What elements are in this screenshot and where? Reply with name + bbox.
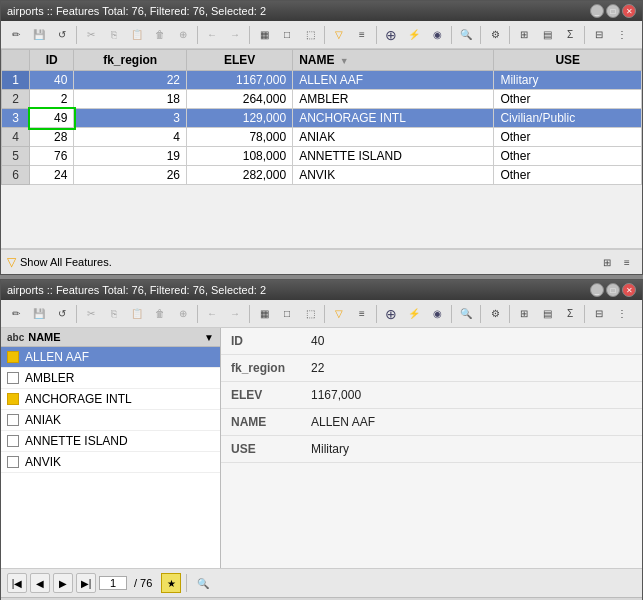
list-item[interactable]: AMBLER bbox=[1, 368, 220, 389]
bottom-toolbar-table-button[interactable]: ▤ bbox=[536, 303, 558, 325]
detail-field-label: NAME bbox=[221, 409, 301, 436]
bottom-toolbar-copy-button[interactable]: ⎘ bbox=[103, 303, 125, 325]
col-header-name[interactable]: NAME ▼ bbox=[293, 50, 494, 71]
bottom-toolbar-invert-button[interactable]: ⬚ bbox=[299, 303, 321, 325]
list-item[interactable]: ALLEN AAF bbox=[1, 347, 220, 368]
toolbar-actions-button[interactable]: ⚙ bbox=[484, 24, 506, 46]
top-show-all-label[interactable]: Show All Features. bbox=[20, 256, 112, 268]
bottom-toolbar-delete-button[interactable]: 🗑 bbox=[149, 303, 171, 325]
table-row[interactable]: 3493129,000ANCHORAGE INTLCivilian/Public bbox=[2, 109, 642, 128]
list-item[interactable]: ANVIK bbox=[1, 452, 220, 473]
toolbar-sep-8 bbox=[509, 26, 510, 44]
nav-first-button[interactable]: |◀ bbox=[7, 573, 27, 593]
toolbar-deselect-button[interactable]: □ bbox=[276, 24, 298, 46]
list-item[interactable]: ANIAK bbox=[1, 410, 220, 431]
nav-bar: |◀ ◀ ▶ ▶| / 76 ★ 🔍 bbox=[1, 568, 642, 597]
bottom-toolbar-sum-button[interactable]: Σ bbox=[559, 303, 581, 325]
toolbar-grid-button[interactable]: ⊞ bbox=[513, 24, 535, 46]
toolbar-flash-button[interactable]: ⚡ bbox=[403, 24, 425, 46]
table-cell: 282,000 bbox=[187, 166, 293, 185]
bottom-maximize-button[interactable]: □ bbox=[606, 283, 620, 297]
col-header-use[interactable]: USE bbox=[494, 50, 642, 71]
bottom-toolbar-selectall-button[interactable]: ▦ bbox=[253, 303, 275, 325]
bottom-toolbar-conditional-button[interactable]: ≡ bbox=[351, 303, 373, 325]
nav-next-button[interactable]: ▶ bbox=[53, 573, 73, 593]
list-item[interactable]: ANCHORAGE INTL bbox=[1, 389, 220, 410]
top-close-button[interactable]: ✕ bbox=[622, 4, 636, 18]
top-maximize-button[interactable]: □ bbox=[606, 4, 620, 18]
top-grid-view-button[interactable]: ⊞ bbox=[598, 253, 616, 271]
top-list-view-button[interactable]: ≡ bbox=[618, 253, 636, 271]
detail-field-label: ELEV bbox=[221, 382, 301, 409]
toolbar-new-button[interactable]: ⊕ bbox=[172, 24, 194, 46]
toolbar-search-button[interactable]: 🔍 bbox=[455, 24, 477, 46]
toolbar-forward-button[interactable]: → bbox=[224, 24, 246, 46]
bottom-toolbar-actions-button[interactable]: ⚙ bbox=[484, 303, 506, 325]
bottom-toolbar-flash-button[interactable]: ⚡ bbox=[403, 303, 425, 325]
row-number-cell: 2 bbox=[2, 90, 30, 109]
bottom-close-button[interactable]: ✕ bbox=[622, 283, 636, 297]
toolbar-sep-2 bbox=[197, 26, 198, 44]
list-item-checkbox[interactable] bbox=[7, 414, 19, 426]
toolbar-back-button[interactable]: ← bbox=[201, 24, 223, 46]
bottom-toolbar-zoomin-button[interactable]: ⊕ bbox=[380, 303, 402, 325]
toolbar-copy-button[interactable]: ⎘ bbox=[103, 24, 125, 46]
toolbar-col-button[interactable]: ⋮ bbox=[611, 24, 633, 46]
detail-row: NAMEALLEN AAF bbox=[221, 409, 642, 436]
toolbar-table-button[interactable]: ▤ bbox=[536, 24, 558, 46]
nav-prev-button[interactable]: ◀ bbox=[30, 573, 50, 593]
col-header-elev[interactable]: ELEV bbox=[187, 50, 293, 71]
list-item-checkbox[interactable] bbox=[7, 435, 19, 447]
bottom-minimize-button[interactable]: _ bbox=[590, 283, 604, 297]
toolbar-pan-button[interactable]: ◉ bbox=[426, 24, 448, 46]
bottom-toolbar-forward-button[interactable]: → bbox=[224, 303, 246, 325]
bottom-toolbar-back-button[interactable]: ← bbox=[201, 303, 223, 325]
toolbar-zoomin-button[interactable]: ⊕ bbox=[380, 24, 402, 46]
nav-last-button[interactable]: ▶| bbox=[76, 573, 96, 593]
dropdown-arrow-icon[interactable]: ▼ bbox=[204, 332, 214, 343]
bottom-toolbar-pan-button[interactable]: ◉ bbox=[426, 303, 448, 325]
toolbar-cut-button[interactable]: ✂ bbox=[80, 24, 102, 46]
list-item-checkbox[interactable] bbox=[7, 456, 19, 468]
toolbar-invert-button[interactable]: ⬚ bbox=[299, 24, 321, 46]
list-item-checkbox[interactable] bbox=[7, 372, 19, 384]
toolbar-sum-button[interactable]: Σ bbox=[559, 24, 581, 46]
toolbar-selectall-button[interactable]: ▦ bbox=[253, 24, 275, 46]
toolbar-filter-button[interactable]: ▽ bbox=[328, 24, 350, 46]
col-header-id[interactable]: ID bbox=[30, 50, 74, 71]
table-cell: 19 bbox=[74, 147, 187, 166]
toolbar-save-button[interactable]: 💾 bbox=[28, 24, 50, 46]
nav-page-input[interactable] bbox=[99, 576, 127, 590]
table-row[interactable]: 140221167,000ALLEN AAFMilitary bbox=[2, 71, 642, 90]
bottom-toolbar-reload-button[interactable]: ↺ bbox=[51, 303, 73, 325]
bottom-toolbar-filter-button[interactable]: ▽ bbox=[328, 303, 350, 325]
bottom-toolbar-sep-1 bbox=[76, 305, 77, 323]
toolbar-delete-button[interactable]: 🗑 bbox=[149, 24, 171, 46]
bottom-toolbar-deselect-button[interactable]: □ bbox=[276, 303, 298, 325]
table-row[interactable]: 428478,000ANIAKOther bbox=[2, 128, 642, 147]
col-header-fkregion[interactable]: fk_region bbox=[74, 50, 187, 71]
bottom-toolbar-pencil-button[interactable]: ✏ bbox=[5, 303, 27, 325]
toolbar-pencil-button[interactable]: ✏ bbox=[5, 24, 27, 46]
bottom-toolbar-field-button[interactable]: ⊟ bbox=[588, 303, 610, 325]
table-row[interactable]: 62426282,000ANVIKOther bbox=[2, 166, 642, 185]
toolbar-paste-button[interactable]: 📋 bbox=[126, 24, 148, 46]
table-row[interactable]: 2218264,000AMBLEROther bbox=[2, 90, 642, 109]
list-item-label: ANCHORAGE INTL bbox=[25, 392, 132, 406]
bottom-toolbar-col-button[interactable]: ⋮ bbox=[611, 303, 633, 325]
nav-highlight-button[interactable]: ★ bbox=[161, 573, 181, 593]
table-row[interactable]: 57619108,000ANNETTE ISLANDOther bbox=[2, 147, 642, 166]
bottom-toolbar-save-button[interactable]: 💾 bbox=[28, 303, 50, 325]
bottom-toolbar-grid-button[interactable]: ⊞ bbox=[513, 303, 535, 325]
top-minimize-button[interactable]: _ bbox=[590, 4, 604, 18]
bottom-toolbar-cut-button[interactable]: ✂ bbox=[80, 303, 102, 325]
list-item[interactable]: ANNETTE ISLAND bbox=[1, 431, 220, 452]
toolbar-field-button[interactable]: ⊟ bbox=[588, 24, 610, 46]
nav-search-button[interactable]: 🔍 bbox=[192, 572, 214, 594]
toolbar-reload-button[interactable]: ↺ bbox=[51, 24, 73, 46]
table-cell: 3 bbox=[74, 109, 187, 128]
bottom-toolbar-paste-button[interactable]: 📋 bbox=[126, 303, 148, 325]
toolbar-conditional-button[interactable]: ≡ bbox=[351, 24, 373, 46]
bottom-toolbar-search-button[interactable]: 🔍 bbox=[455, 303, 477, 325]
bottom-toolbar-new-button[interactable]: ⊕ bbox=[172, 303, 194, 325]
